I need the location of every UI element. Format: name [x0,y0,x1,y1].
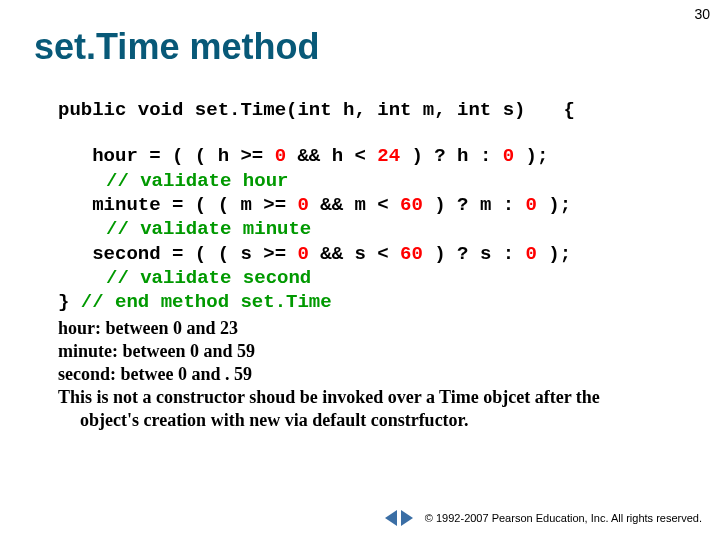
second-comment: // validate second [58,266,680,290]
note-second: second: betwee 0 and . 59 [58,363,680,386]
copyright-text: © 1992-2007 Pearson Education, Inc. All … [425,512,702,524]
literal-60: 60 [400,243,423,265]
code-text: ) ? m : [423,194,526,216]
hour-comment: // validate hour [58,169,680,193]
note-hour: hour: between 0 and 23 [58,317,680,340]
literal-24: 24 [377,145,400,167]
footer: © 1992-2007 Pearson Education, Inc. All … [385,510,702,526]
notes-block: hour: between 0 and 23 minute: between 0… [58,317,680,432]
slide-title: set.Time method [34,26,720,68]
next-slide-button[interactable] [401,510,413,526]
nav-buttons [385,510,413,526]
code-text: ) ? s : [423,243,526,265]
code-text: ) ? h : [400,145,503,167]
literal-zero: 0 [297,194,308,216]
note-constructor-line1: This is not a constructor shoud be invok… [58,386,680,409]
code-text: && s < [309,243,400,265]
code-text: ); [514,145,548,167]
literal-zero: 0 [526,194,537,216]
literal-zero: 0 [503,145,514,167]
literal-zero: 0 [526,243,537,265]
method-signature: public void set.Time(int h, int m, int s… [58,98,525,122]
page-number: 30 [694,6,710,22]
minute-assign-line: minute = ( ( m >= 0 && m < 60 ) ? m : 0 … [58,193,680,217]
slide-content: public void set.Time(int h, int m, int s… [58,98,680,432]
note-constructor-line2: object's creation with new via default c… [58,409,680,432]
end-comment: // end method set.Time [81,291,332,313]
code-text: hour = ( ( h >= [58,145,275,167]
prev-slide-button[interactable] [385,510,397,526]
code-text: ); [537,194,571,216]
minute-comment: // validate minute [58,217,680,241]
open-brace: { [563,98,574,122]
code-text: && m < [309,194,400,216]
literal-zero: 0 [275,145,286,167]
method-signature-line: public void set.Time(int h, int m, int s… [58,98,680,122]
code-text: minute = ( ( m >= [58,194,297,216]
code-text: ); [537,243,571,265]
code-text: second = ( ( s >= [58,243,297,265]
close-brace: } [58,291,81,313]
code-text: && h < [286,145,377,167]
literal-60: 60 [400,194,423,216]
close-line: } // end method set.Time [58,290,680,314]
literal-zero: 0 [297,243,308,265]
second-assign-line: second = ( ( s >= 0 && s < 60 ) ? s : 0 … [58,242,680,266]
hour-assign-line: hour = ( ( h >= 0 && h < 24 ) ? h : 0 ); [58,144,680,168]
note-minute: minute: between 0 and 59 [58,340,680,363]
